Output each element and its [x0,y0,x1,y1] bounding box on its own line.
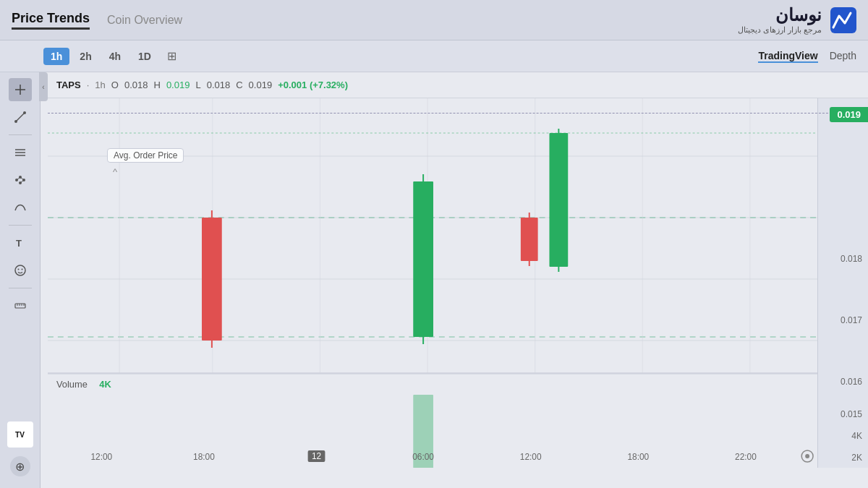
current-price-badge: 0.019 [830,107,868,122]
ruler-tool[interactable] [9,294,32,317]
hlines-tool[interactable] [9,141,32,164]
candle-4-bullish [549,133,568,267]
tf-1h[interactable]: 1h [43,48,69,65]
candle-2-bullish [413,181,433,337]
svg-text:06:00: 06:00 [412,452,434,462]
brand-info: نوسان مرجع بازار ارزهای دیجیتال [738,5,822,35]
timeframe-bar: 1h 2h 4h 1D ⊞ TradingView Depth [0,40,868,72]
ohlc-bar: TAPS · 1h O 0.018 H 0.019 L 0.018 C 0.01… [48,72,868,98]
header: Price Trends Coin Overview نوسان مرجع با… [0,0,868,40]
svg-point-61 [805,454,809,458]
price-label-0018: 0.018 [841,254,862,264]
ohlc-symbol: TAPS [56,80,81,90]
brand-logo-icon [830,7,856,33]
svg-point-18 [17,269,19,270]
svg-line-14 [20,177,24,180]
tf-1d[interactable]: 1D [131,48,158,65]
view-tradingview[interactable]: TradingView [758,50,817,63]
svg-text:Volume: Volume [56,379,88,390]
price-label-0016: 0.016 [841,377,862,387]
curve-tool[interactable] [9,196,32,219]
header-tabs: Price Trends Coin Overview [12,11,182,30]
svg-line-13 [17,177,20,180]
line-tool[interactable] [9,106,32,129]
tradingview-logo: TV [7,421,33,448]
avg-order-price-label: Avg. Order Price [107,148,184,163]
ohlc-low-label: L [195,80,200,90]
candle-3-bearish [521,218,538,261]
ohlc-separator: · [87,80,90,90]
ohlc-low-val: 0.018 [207,80,231,90]
svg-point-4 [14,120,17,123]
header-brand: نوسان مرجع بازار ارزهای دیجیتال [738,5,856,35]
ohlc-close-val: 0.019 [249,80,273,90]
sidebar-collapse-button[interactable]: ‹ [39,72,48,101]
timeframe-buttons: 1h 2h 4h 1D ⊞ [43,46,182,66]
ohlc-close-label: C [236,80,242,90]
svg-text:4K: 4K [99,379,111,390]
tf-2h[interactable]: 2h [72,48,98,65]
price-label-0017: 0.017 [841,315,862,325]
svg-text:12: 12 [312,451,322,461]
text-tool[interactable]: T [9,231,32,254]
volume-label-2k: 2K [851,453,862,463]
tab-coin-overview[interactable]: Coin Overview [107,14,182,27]
volume-label-4k: 4K [851,431,862,441]
brand-subtitle: مرجع بازار ارزهای دیجیتال [738,25,822,35]
ohlc-open-val: 0.018 [124,80,148,90]
svg-text:18:00: 18:00 [193,452,215,462]
svg-text:12:00: 12:00 [520,452,542,462]
ohlc-timeframe: 1h [95,80,105,90]
zoom-in-button[interactable]: ⊕ [10,456,30,476]
candle-1-bearish [202,218,222,341]
ohlc-high-val: 0.019 [166,80,190,90]
nodes-tool[interactable] [9,168,32,192]
price-label-0015: 0.015 [841,409,862,419]
ohlc-change: +0.001 (+7.32%) [278,80,348,90]
left-toolbar: T TV ⊕ [0,72,41,488]
toolbar-separator-3 [9,288,32,288]
tf-4h[interactable]: 4h [102,48,128,65]
svg-point-5 [23,111,26,114]
toolbar-separator-1 [9,134,32,135]
brand-name: نوسان [738,5,822,25]
view-depth[interactable]: Depth [830,50,856,63]
avg-price-collapse-icon[interactable]: ^ [113,166,117,177]
svg-point-17 [15,265,25,275]
emoji-tool[interactable] [9,259,32,282]
toolbar-separator-2 [9,225,32,226]
svg-text:T: T [16,238,22,249]
crosshair-tool[interactable] [9,78,32,101]
svg-text:12:00: 12:00 [90,452,112,462]
ohlc-high-label: H [153,80,160,90]
svg-text:18:00: 18:00 [627,452,649,462]
tv-logo-text: TV [15,431,25,439]
view-selector: TradingView Depth [758,50,856,63]
price-scale: 0.019 0.018 0.017 0.016 0.015 4K 2K [817,98,868,468]
svg-text:22:00: 22:00 [735,452,757,462]
chart-area: TAPS · 1h O 0.018 H 0.019 L 0.018 C 0.01… [48,72,868,488]
chart-wrapper: T TV ⊕ ‹ TAPS · 1h O 0.018 H 0.019 L [0,72,868,488]
chart-type-icon[interactable]: ⊞ [161,46,182,66]
ohlc-open-label: O [111,80,119,90]
tab-price-trends[interactable]: Price Trends [12,11,90,30]
crosshair-line [48,113,868,114]
svg-point-19 [21,269,22,270]
svg-line-3 [16,113,25,121]
svg-line-15 [20,180,24,183]
